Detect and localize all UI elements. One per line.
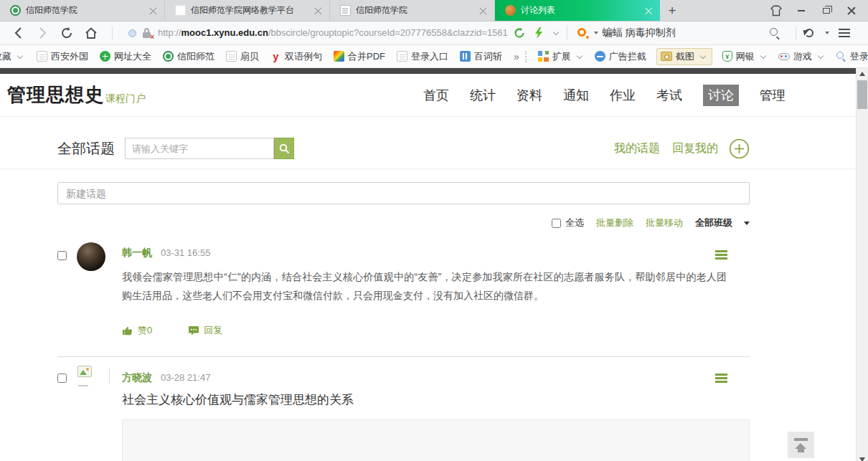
post-title[interactable]: 社会主义核心价值观与儒家管理思想的关系	[122, 391, 750, 408]
bookmark-label: 扇贝	[240, 50, 259, 63]
replies-to-me-link[interactable]: 回复我的	[672, 141, 718, 156]
back-to-top-button[interactable]	[788, 432, 814, 458]
back-button[interactable]	[9, 24, 27, 42]
post-author[interactable]: 韩一帆	[122, 247, 152, 260]
restore-button[interactable]	[817, 3, 836, 19]
topic-post-1: 韩一帆 03-31 16:55 我领会儒家管理思想中“仁”的内涵，结合社会主义核…	[57, 234, 750, 357]
bookmark-shanbay[interactable]: 扇贝	[226, 50, 259, 63]
nav-discussion-active[interactable]: 讨论	[703, 85, 739, 106]
class-filter-dropdown[interactable]: 全部班级	[695, 217, 750, 229]
new-topic-input[interactable]	[57, 182, 750, 204]
tab-4-active[interactable]: 讨论列表	[495, 0, 660, 21]
scroll-down-arrow-icon[interactable]	[859, 457, 865, 461]
nav-exams[interactable]: 考试	[656, 87, 682, 104]
chevron-down-icon[interactable]	[553, 29, 559, 35]
plus-circle-icon	[729, 138, 750, 159]
bookmark-site-directory[interactable]: 网址大全	[100, 50, 151, 63]
tab-close-icon[interactable]	[479, 6, 487, 14]
search-icon[interactable]	[765, 24, 784, 42]
course-nav: 首页 统计 资料 通知 作业 考试 讨论 管理	[423, 85, 786, 106]
avatar-broken[interactable]	[77, 365, 105, 394]
bookmark-merge-pdf[interactable]: 合并PDF	[334, 50, 385, 63]
url-text[interactable]: http://mooc1.xynu.edu.cn/bbscircle/group…	[158, 27, 508, 39]
skin-button[interactable]	[767, 3, 786, 19]
batch-delete-link[interactable]: 批量删除	[596, 217, 633, 229]
tab-1[interactable]: 信阳师范学院	[0, 0, 165, 21]
keyword-search-input[interactable]	[125, 138, 274, 159]
url-path: /bbscircle/grouptopic?courseId=207776558…	[268, 27, 508, 38]
nav-homework[interactable]: 作业	[610, 87, 636, 104]
hot-search-suggestion[interactable]: 蝙蝠 病毒抑制剂	[603, 27, 676, 39]
select-all-checkbox[interactable]	[552, 219, 561, 228]
my-topics-link[interactable]: 我的话题	[614, 141, 660, 156]
nav-statistics[interactable]: 统计	[470, 87, 496, 104]
tab-close-icon[interactable]	[645, 6, 653, 14]
tab-close-icon[interactable]	[149, 6, 157, 14]
bookmark-xynu[interactable]: 信阳师范	[163, 50, 214, 63]
login-keeper-button[interactable]: 登录管家	[836, 50, 868, 63]
avatar[interactable]	[77, 242, 105, 271]
bookmark-youdao[interactable]: y 双语例句	[270, 50, 322, 63]
scrollbar-thumb[interactable]	[857, 80, 867, 109]
post-checkbox[interactable]	[57, 251, 67, 260]
bookmark-baicizhan[interactable]: 百词斩	[460, 50, 502, 63]
undo-caret-icon[interactable]	[825, 32, 829, 34]
tab-close-icon[interactable]	[314, 6, 322, 14]
nav-materials[interactable]: 资料	[516, 87, 542, 104]
close-window-button[interactable]	[842, 3, 861, 19]
tab-title: 信阳师范学院	[356, 4, 475, 16]
minimize-button[interactable]	[792, 3, 811, 19]
tab-2[interactable]: 信阳师范学院网络教学平台	[165, 0, 330, 21]
chevron-down-icon	[577, 52, 582, 58]
reply-button[interactable]: 回复	[188, 324, 222, 337]
bookmarks-overflow-button[interactable]: »	[514, 51, 519, 62]
bookmark-xisu[interactable]: 西安外国	[37, 50, 88, 63]
search-engine-caret-icon[interactable]	[594, 32, 598, 34]
gamepad-icon	[778, 53, 790, 60]
nav-home[interactable]: 首页	[423, 87, 449, 104]
forward-button[interactable]	[33, 24, 52, 42]
bookmark-label: 信阳师范	[177, 50, 214, 63]
post-options-icon[interactable]	[715, 374, 727, 383]
screenshot-menu[interactable]: 截图	[656, 48, 712, 65]
nav-manage[interactable]: 管理	[760, 87, 786, 104]
favorites-menu[interactable]: 收藏	[0, 50, 25, 63]
post-checkbox[interactable]	[57, 374, 67, 383]
home-button[interactable]	[82, 24, 100, 42]
bookmark-login-portal[interactable]: 登录入口	[397, 50, 448, 63]
reload-button[interactable]	[57, 24, 76, 42]
search-engine-logo-icon[interactable]	[577, 27, 589, 39]
post-content: 我领会儒家管理思想中“仁”的内涵，结合社会主义核心价值观中的“友善”，决定参加我…	[122, 267, 727, 305]
school-badge-icon	[163, 51, 174, 62]
course-header: 管理思想史 课程门户 首页 统计 资料 通知 作业 考试 讨论 管理	[0, 74, 856, 117]
broken-image-icon	[77, 366, 92, 377]
like-button[interactable]: 赞0	[122, 324, 152, 337]
web-page: 管理思想史 课程门户 首页 统计 资料 通知 作业 考试 讨论 管理 全部话题 …	[0, 68, 856, 461]
site-info-icon[interactable]	[128, 29, 136, 37]
new-topic-button[interactable]	[729, 138, 750, 159]
new-tab-button[interactable]: +	[660, 0, 684, 21]
nav-notices[interactable]: 通知	[563, 87, 589, 104]
adblock-button[interactable]: 广告拦截	[595, 50, 646, 63]
url-field[interactable]: × http://mooc1.xynu.edu.cn/bbscircle/gro…	[118, 27, 508, 39]
netbank-menu[interactable]: ¥ 网银	[722, 50, 768, 63]
tool-label: 扩展	[552, 50, 571, 63]
translate-refresh-icon[interactable]	[512, 24, 527, 42]
games-menu[interactable]: 游戏	[778, 50, 826, 63]
scroll-up-arrow-icon[interactable]	[859, 72, 865, 76]
course-portal-link[interactable]: 课程门户	[105, 92, 146, 105]
speed-mode-icon[interactable]	[532, 24, 545, 42]
page-scrollbar[interactable]	[856, 68, 868, 461]
search-button[interactable]	[274, 138, 294, 159]
blank-favicon-icon	[175, 5, 186, 16]
undo-closed-tab-button[interactable]	[802, 24, 816, 42]
bookmark-label: 百词斩	[474, 50, 502, 63]
select-all-label: 全选	[565, 217, 584, 229]
menu-button[interactable]	[835, 24, 854, 42]
post-options-icon[interactable]	[715, 250, 727, 260]
extensions-icon	[538, 51, 549, 62]
tab-3[interactable]: 信阳师范学院	[330, 0, 495, 21]
post-author[interactable]: 方晓波	[122, 371, 152, 384]
extensions-menu[interactable]: 扩展	[538, 50, 585, 63]
batch-move-link[interactable]: 批量移动	[646, 217, 683, 229]
